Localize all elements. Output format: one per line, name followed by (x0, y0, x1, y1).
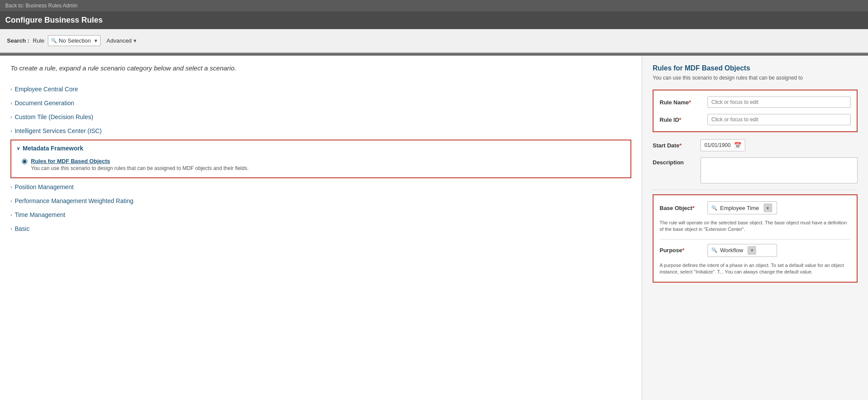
chevron-right-icon: › (10, 226, 12, 231)
chevron-right-icon: › (10, 100, 12, 106)
search-icon: 🔍 (711, 247, 717, 253)
right-panel: Rules for MDF Based Objects You can use … (642, 56, 868, 400)
base-purpose-box: Base Object* 🔍 Employee Time ▾ The rule … (653, 194, 858, 283)
required-marker: * (689, 99, 691, 106)
search-icon: 🔍 (51, 38, 57, 43)
category-label: Time Management (15, 211, 65, 218)
chevron-right-icon: › (10, 87, 12, 92)
rule-name-row: Rule Name* (660, 97, 851, 108)
chevron-right-icon: › (10, 212, 12, 217)
start-date-value: 01/01/1900 (704, 142, 731, 148)
rule-name-input[interactable] (707, 97, 851, 108)
category-item-custom-tile[interactable]: › Custom Tile (Decision Rules) (10, 110, 631, 124)
category-item-performance-management[interactable]: › Performance Management Weighted Rating (10, 194, 631, 208)
category-label: Basic (15, 225, 30, 232)
category-item-document-generation[interactable]: › Document Generation (10, 96, 631, 110)
intro-text: To create a rule, expand a rule scenario… (10, 64, 631, 72)
rule-name-id-box: Rule Name* Rule ID* (653, 90, 858, 132)
section-separator (653, 190, 858, 190)
required-marker: * (679, 142, 681, 149)
metadata-framework-label: Metadata Framework (23, 145, 83, 152)
search-bar: Search : Rule 🔍 No Selection ▾ Advanced … (0, 29, 868, 53)
purpose-label: Purpose* (660, 247, 703, 253)
required-marker: * (682, 247, 684, 253)
scenario-info: Rules for MDF Based Objects You can use … (31, 158, 249, 171)
chevron-right-icon: › (10, 184, 12, 190)
category-label: Document Generation (15, 100, 74, 107)
scenario-item-mdf: Rules for MDF Based Objects You can use … (17, 156, 625, 173)
category-list: › Employee Central Core › Document Gener… (10, 82, 631, 236)
purpose-value: Workflow (720, 247, 743, 253)
purpose-row: Purpose* 🔍 Workflow ▾ A purpose defines … (660, 244, 851, 276)
chevron-right-icon: › (10, 114, 12, 120)
purpose-select[interactable]: 🔍 Workflow ▾ (707, 244, 777, 257)
chevron-right-icon: › (10, 198, 12, 203)
required-marker: * (679, 117, 681, 123)
base-object-label: Base Object* (660, 205, 703, 211)
start-date-label: Start Date* (653, 142, 696, 149)
rule-id-label: Rule ID* (660, 117, 703, 123)
top-bar: Back to: Business Rules Admin (0, 0, 868, 11)
category-item-employee-central-core[interactable]: › Employee Central Core (10, 82, 631, 96)
rule-text: Rule (33, 37, 44, 44)
advanced-label: Advanced (107, 37, 132, 44)
category-item-isc[interactable]: › Intelligent Services Center (ISC) (10, 124, 631, 138)
category-label: Intelligent Services Center (ISC) (15, 127, 102, 134)
search-label: Search : (7, 37, 29, 44)
metadata-framework-header[interactable]: ∨ Metadata Framework (17, 145, 625, 152)
calendar-icon[interactable]: 📅 (734, 142, 741, 149)
right-panel-title: Rules for MDF Based Objects (653, 64, 858, 72)
title-bar: Configure Business Rules (0, 11, 868, 29)
rule-id-input[interactable] (707, 114, 851, 125)
purpose-dropdown-arrow[interactable]: ▾ (747, 246, 756, 255)
base-object-value: Employee Time (720, 205, 759, 211)
inner-separator (660, 239, 851, 240)
category-item-position-management[interactable]: › Position Management (10, 180, 631, 194)
start-date-input[interactable]: 01/01/1900 📅 (700, 139, 745, 151)
category-item-time-management[interactable]: › Time Management (10, 208, 631, 222)
dropdown-arrow-icon: ▾ (94, 37, 97, 44)
search-icon: 🔍 (711, 205, 717, 211)
scenario-radio-mdf[interactable] (22, 159, 27, 164)
description-label: Description (653, 157, 696, 166)
left-panel: To create a rule, expand a rule scenario… (0, 56, 642, 400)
base-object-description: The rule will operate on the selected ba… (660, 220, 851, 233)
page-title: Configure Business Rules (5, 16, 103, 24)
back-link[interactable]: Back to: Business Rules Admin (5, 3, 77, 9)
category-label: Employee Central Core (15, 86, 78, 93)
category-label: Custom Tile (Decision Rules) (15, 113, 94, 120)
rule-id-row: Rule ID* (660, 114, 851, 125)
base-object-row: Base Object* 🔍 Employee Time ▾ The rule … (660, 201, 851, 233)
scenario-title-mdf[interactable]: Rules for MDF Based Objects (31, 158, 249, 164)
chevron-right-icon: › (10, 128, 12, 133)
base-object-dropdown-arrow[interactable]: ▾ (764, 203, 772, 212)
required-marker: * (692, 205, 694, 211)
main-content: To create a rule, expand a rule scenario… (0, 56, 868, 400)
chevron-down-icon: ∨ (17, 146, 20, 151)
category-label: Performance Management Weighted Rating (15, 197, 134, 204)
no-selection-label: No Selection (59, 37, 91, 44)
scenario-desc-mdf: You can use this scenario to design rule… (31, 165, 249, 171)
right-panel-subtitle: You can use this scenario to design rule… (653, 75, 858, 81)
category-label: Position Management (15, 183, 74, 190)
description-textarea[interactable] (700, 157, 858, 183)
category-item-basic[interactable]: › Basic (10, 222, 631, 236)
category-item-metadata-framework: ∨ Metadata Framework Rules for MDF Based… (10, 140, 631, 178)
purpose-description: A purpose defines the intent of a phase … (660, 262, 851, 276)
base-object-select[interactable]: 🔍 Employee Time ▾ (707, 201, 777, 214)
advanced-dropdown[interactable]: Advanced ▾ (104, 36, 139, 46)
description-row: Description (653, 157, 858, 183)
start-date-row: Start Date* 01/01/1900 📅 (653, 139, 858, 151)
metadata-framework-box: ∨ Metadata Framework Rules for MDF Based… (10, 140, 631, 178)
rule-search-dropdown[interactable]: 🔍 No Selection ▾ (48, 35, 101, 46)
advanced-arrow-icon: ▾ (134, 37, 137, 44)
rule-name-label: Rule Name* (660, 99, 703, 106)
